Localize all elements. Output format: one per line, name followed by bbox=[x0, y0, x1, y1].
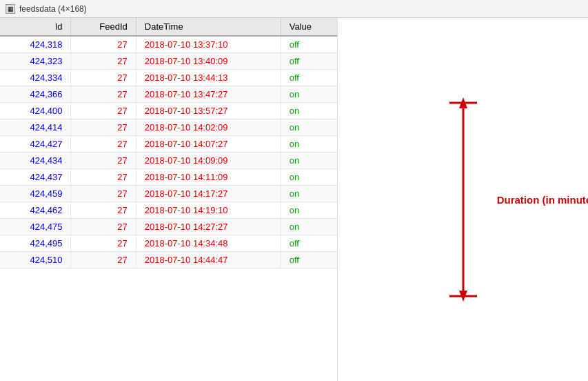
cell-feedid: 27 bbox=[71, 153, 136, 169]
table-row[interactable]: 424,510272018-07-10 14:44:47off bbox=[0, 252, 337, 268]
cell-id: 424,462 bbox=[0, 202, 71, 219]
cell-value: on bbox=[281, 219, 337, 235]
cell-feedid: 27 bbox=[71, 169, 136, 186]
cell-datetime: 2018-07-10 13:47:27 bbox=[136, 86, 281, 103]
duration-label: Duration (in minutes) bbox=[497, 194, 588, 206]
cell-datetime: 2018-07-10 14:02:09 bbox=[136, 119, 281, 136]
cell-value: on bbox=[281, 136, 337, 153]
table-row[interactable]: 424,434272018-07-10 14:09:09on bbox=[0, 153, 337, 169]
cell-datetime: 2018-07-10 14:07:27 bbox=[136, 136, 281, 153]
cell-id: 424,434 bbox=[0, 153, 71, 169]
cell-value: off bbox=[281, 70, 337, 86]
cell-feedid: 27 bbox=[71, 36, 136, 53]
cell-datetime: 2018-07-10 13:57:27 bbox=[136, 103, 281, 119]
cell-feedid: 27 bbox=[71, 235, 136, 252]
cell-value: on bbox=[281, 86, 337, 103]
cell-id: 424,427 bbox=[0, 136, 71, 153]
cell-datetime: 2018-07-10 14:44:47 bbox=[136, 252, 281, 268]
cell-feedid: 27 bbox=[71, 103, 136, 119]
cell-value: off bbox=[281, 252, 337, 268]
col-header-datetime[interactable]: DateTime bbox=[136, 18, 281, 36]
cell-feedid: 27 bbox=[71, 186, 136, 202]
cell-id: 424,475 bbox=[0, 219, 71, 235]
cell-feedid: 27 bbox=[71, 70, 136, 86]
table-header-row: Id FeedId DateTime Value bbox=[0, 18, 337, 36]
content-area: Id FeedId DateTime Value 424,318272018-0… bbox=[0, 18, 588, 381]
cell-feedid: 27 bbox=[71, 119, 136, 136]
cell-datetime: 2018-07-10 14:09:09 bbox=[136, 153, 281, 169]
cell-id: 424,334 bbox=[0, 70, 71, 86]
cell-datetime: 2018-07-10 14:34:48 bbox=[136, 235, 281, 252]
table-row[interactable]: 424,495272018-07-10 14:34:48off bbox=[0, 235, 337, 252]
main-window: ▦ feedsdata (4×168) Id FeedId DateTime V… bbox=[0, 0, 588, 381]
cell-value: on bbox=[281, 153, 337, 169]
cell-value: on bbox=[281, 103, 337, 119]
cell-feedid: 27 bbox=[71, 136, 136, 153]
table-row[interactable]: 424,323272018-07-10 13:40:09off bbox=[0, 53, 337, 70]
table-row[interactable]: 424,462272018-07-10 14:19:10on bbox=[0, 202, 337, 219]
annotation-panel: Duration (in minutes) bbox=[338, 18, 588, 381]
cell-value: off bbox=[281, 235, 337, 252]
cell-id: 424,414 bbox=[0, 119, 71, 136]
cell-id: 424,437 bbox=[0, 169, 71, 186]
table-row[interactable]: 424,475272018-07-10 14:27:27on bbox=[0, 219, 337, 235]
table-row[interactable]: 424,334272018-07-10 13:44:13off bbox=[0, 70, 337, 86]
cell-datetime: 2018-07-10 14:11:09 bbox=[136, 169, 281, 186]
col-header-value[interactable]: Value bbox=[281, 18, 337, 36]
table-row[interactable]: 424,318272018-07-10 13:37:10off bbox=[0, 36, 337, 53]
duration-arrow-svg bbox=[443, 96, 484, 303]
title-bar-icon: ▦ bbox=[6, 4, 15, 14]
table-row[interactable]: 424,427272018-07-10 14:07:27on bbox=[0, 136, 337, 153]
cell-feedid: 27 bbox=[71, 53, 136, 70]
title-bar-text: feedsdata (4×168) bbox=[19, 4, 87, 14]
cell-datetime: 2018-07-10 13:40:09 bbox=[136, 53, 281, 70]
table-container[interactable]: Id FeedId DateTime Value 424,318272018-0… bbox=[0, 18, 338, 381]
title-bar: ▦ feedsdata (4×168) bbox=[0, 0, 588, 18]
cell-feedid: 27 bbox=[71, 202, 136, 219]
duration-annotation: Duration (in minutes) bbox=[443, 96, 484, 303]
table-row[interactable]: 424,414272018-07-10 14:02:09on bbox=[0, 119, 337, 136]
cell-id: 424,400 bbox=[0, 103, 71, 119]
col-header-id[interactable]: Id bbox=[0, 18, 71, 36]
cell-id: 424,495 bbox=[0, 235, 71, 252]
cell-id: 424,459 bbox=[0, 186, 71, 202]
cell-datetime: 2018-07-10 14:27:27 bbox=[136, 219, 281, 235]
cell-value: on bbox=[281, 119, 337, 136]
col-header-feedid[interactable]: FeedId bbox=[71, 18, 136, 36]
cell-id: 424,323 bbox=[0, 53, 71, 70]
table-row[interactable]: 424,459272018-07-10 14:17:27on bbox=[0, 186, 337, 202]
cell-id: 424,366 bbox=[0, 86, 71, 103]
cell-value: on bbox=[281, 169, 337, 186]
data-table: Id FeedId DateTime Value 424,318272018-0… bbox=[0, 18, 337, 268]
table-row[interactable]: 424,400272018-07-10 13:57:27on bbox=[0, 103, 337, 119]
cell-feedid: 27 bbox=[71, 219, 136, 235]
cell-value: on bbox=[281, 202, 337, 219]
cell-feedid: 27 bbox=[71, 86, 136, 103]
cell-datetime: 2018-07-10 14:17:27 bbox=[136, 186, 281, 202]
cell-datetime: 2018-07-10 13:37:10 bbox=[136, 36, 281, 53]
cell-value: off bbox=[281, 53, 337, 70]
cell-feedid: 27 bbox=[71, 252, 136, 268]
table-row[interactable]: 424,437272018-07-10 14:11:09on bbox=[0, 169, 337, 186]
cell-id: 424,318 bbox=[0, 36, 71, 53]
cell-datetime: 2018-07-10 14:19:10 bbox=[136, 202, 281, 219]
cell-value: on bbox=[281, 186, 337, 202]
cell-id: 424,510 bbox=[0, 252, 71, 268]
table-row[interactable]: 424,366272018-07-10 13:47:27on bbox=[0, 86, 337, 103]
cell-value: off bbox=[281, 36, 337, 53]
cell-datetime: 2018-07-10 13:44:13 bbox=[136, 70, 281, 86]
